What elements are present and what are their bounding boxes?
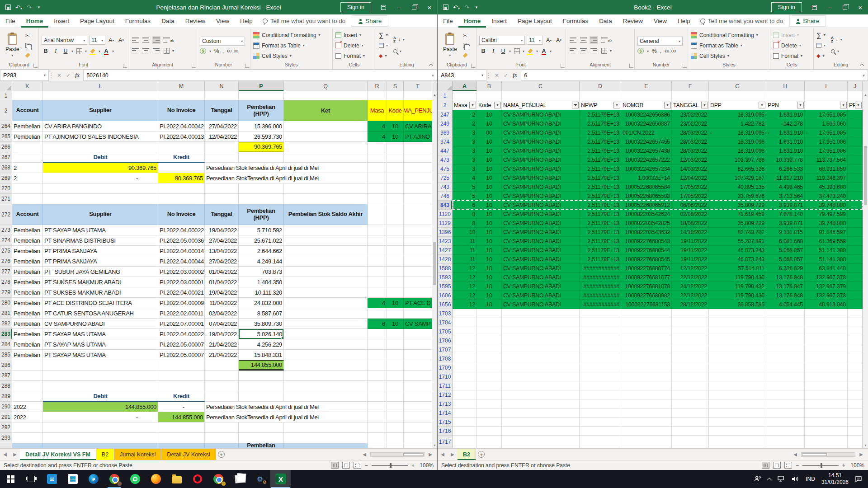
cell-A1656[interactable]: 12	[453, 300, 477, 309]
cell-H1716[interactable]	[766, 427, 805, 436]
cell-G249[interactable]: 1.422.782	[709, 119, 766, 128]
cell-D1717[interactable]	[580, 436, 621, 448]
insert-function-icon[interactable]: fx	[75, 72, 80, 79]
cell-A1713[interactable]	[453, 399, 477, 408]
cell-J247[interactable]	[848, 110, 863, 119]
right-row-header-247[interactable]: 247	[438, 110, 453, 119]
cell-S272[interactable]	[387, 204, 404, 225]
cell-D1396[interactable]: 2,51179E+13	[580, 228, 621, 237]
left-ribbon-tab-page-layout[interactable]: Page Layout	[75, 14, 120, 28]
left-align-center-button[interactable]	[142, 47, 150, 55]
left-col-header-S[interactable]: S	[387, 81, 404, 91]
left-font-name-combo[interactable]: Arial Narrow▾	[42, 36, 87, 45]
cell-J1427[interactable]	[848, 246, 863, 255]
cell-C1423[interactable]: CV SAMPURNO ABADI	[502, 237, 580, 246]
cell-N1[interactable]	[205, 91, 239, 100]
cell-J1707[interactable]	[848, 345, 863, 354]
cell-N292[interactable]	[205, 422, 239, 433]
cell-T272[interactable]	[404, 204, 432, 225]
cell-C746[interactable]: CV SAMPURNO ABADI	[502, 192, 580, 201]
cell-M265[interactable]: PI.2022.04.00013	[158, 131, 205, 142]
cell-J1129[interactable]	[848, 219, 863, 228]
cell-C1716[interactable]	[502, 427, 580, 436]
cell-K275[interactable]: Pembelian	[12, 246, 43, 256]
cell-F1715[interactable]	[672, 418, 709, 427]
left-cell-styles-button[interactable]: Cell Styles▾	[253, 52, 330, 61]
cell-D1428[interactable]: 2,51179E+13	[580, 255, 621, 264]
right-col-header-C[interactable]: C	[502, 81, 580, 91]
cell-I746[interactable]: 37.473.240	[805, 192, 848, 201]
cell-B1428[interactable]: 10	[477, 255, 502, 264]
cell-N269[interactable]: Persediaan StokTersedia di April di jual…	[205, 173, 368, 183]
cell-C1714[interactable]	[502, 408, 580, 418]
cell-L269[interactable]: -	[43, 173, 158, 183]
cell-K266[interactable]	[12, 142, 43, 152]
scroll-down-icon[interactable]: ▼	[432, 442, 437, 448]
right-col-header-H[interactable]: H	[766, 81, 805, 91]
cell-P277[interactable]: 703.873	[239, 267, 284, 277]
cell-H369[interactable]: -1.631.910	[766, 128, 805, 137]
redo-icon[interactable]: ↷▾	[464, 4, 471, 11]
cell-L264[interactable]: CV ARIRA PANGINDO	[43, 121, 158, 131]
cell-K289[interactable]	[12, 391, 43, 402]
cell-S270[interactable]	[387, 183, 404, 194]
cell-G1706[interactable]	[709, 336, 766, 345]
left-fill-color-button[interactable]	[89, 47, 97, 55]
filter-dropdown-icon[interactable]: ▾	[664, 102, 671, 108]
hscroll-left-icon[interactable]: ◀	[790, 452, 800, 457]
cell-E1396[interactable]: 100082203543632	[621, 228, 672, 237]
cell-L278[interactable]: PT SUKSES MAKMUR ABADI	[43, 277, 158, 287]
cell-A475[interactable]: 3	[453, 164, 477, 174]
cell-R275[interactable]	[368, 246, 387, 256]
right-row-header-843[interactable]: 843	[438, 201, 453, 210]
cell-G1704[interactable]	[709, 318, 766, 327]
undo-icon[interactable]: ↶▾	[15, 4, 22, 11]
left-horizontal-scrollbar[interactable]: ◀ ▶	[359, 449, 437, 460]
cell-K276[interactable]: Pembelian	[12, 256, 43, 267]
page-layout-view-button[interactable]	[773, 462, 781, 469]
right-font-color-button[interactable]: A	[540, 47, 548, 55]
cell-T273[interactable]	[404, 225, 432, 235]
cell-M272[interactable]: No Invoice	[158, 204, 205, 225]
cell-N270[interactable]	[205, 183, 239, 194]
right-row-header-1606[interactable]: 1606	[438, 291, 453, 300]
zoom-out-button[interactable]: −	[365, 462, 368, 469]
cell-P292[interactable]	[239, 422, 284, 433]
right-share-button[interactable]: Share	[789, 15, 826, 27]
right-ribbon-tab-help[interactable]: Help	[672, 14, 696, 28]
cell-T264[interactable]: CV ARIRA	[404, 121, 432, 131]
cell-E1656[interactable]: 100092276681153	[621, 300, 672, 309]
cell-J1714[interactable]	[848, 408, 863, 418]
right-row-header-746[interactable]: 746	[438, 192, 453, 201]
cell-I1593[interactable]: 132.967.378	[805, 273, 848, 282]
cell-M2[interactable]: No Invoice	[158, 100, 205, 121]
cell-P286[interactable]: 144.855.000	[239, 360, 284, 371]
cell-N280[interactable]: 11/04/2022	[205, 298, 239, 308]
cell-L274[interactable]: PT SINARMAS DISTRIBUSI	[43, 235, 158, 246]
cell-B1708[interactable]	[477, 354, 502, 363]
taskbar-excel[interactable]: X	[270, 470, 291, 488]
cell-A1711[interactable]	[453, 381, 477, 390]
cell-I1708[interactable]	[805, 354, 848, 363]
cell-S287[interactable]	[387, 371, 404, 381]
cell-M269[interactable]: 90.369.765	[158, 173, 205, 183]
cell-H1707[interactable]	[766, 345, 805, 354]
zoom-slider-thumb[interactable]	[390, 463, 392, 468]
cell-K286[interactable]	[12, 360, 43, 371]
cell-H1396[interactable]: 9.101.815	[766, 228, 805, 237]
cell-K274[interactable]: Pembelian	[12, 235, 43, 246]
cell-I1706[interactable]	[805, 336, 848, 345]
cell-J475[interactable]	[848, 164, 863, 174]
cell-I1713[interactable]	[805, 399, 848, 408]
zoom-slider-thumb[interactable]	[821, 463, 822, 468]
right-copy-button[interactable]: ▾	[462, 42, 471, 50]
cell-J1588[interactable]	[848, 264, 863, 273]
page-break-view-button[interactable]	[354, 462, 361, 469]
cell-R2[interactable]: Masa	[368, 100, 387, 121]
cell-Q[interactable]	[284, 443, 368, 448]
cell-E746[interactable]: 100052268065583	[621, 192, 672, 201]
cell-F374[interactable]: 28/03/2022	[672, 137, 709, 146]
dialog-launcher-icon[interactable]	[561, 64, 565, 68]
cell-S2[interactable]: Kode	[387, 100, 404, 121]
cell-C1606[interactable]: CV SAMPURNO ABADI	[502, 291, 580, 300]
